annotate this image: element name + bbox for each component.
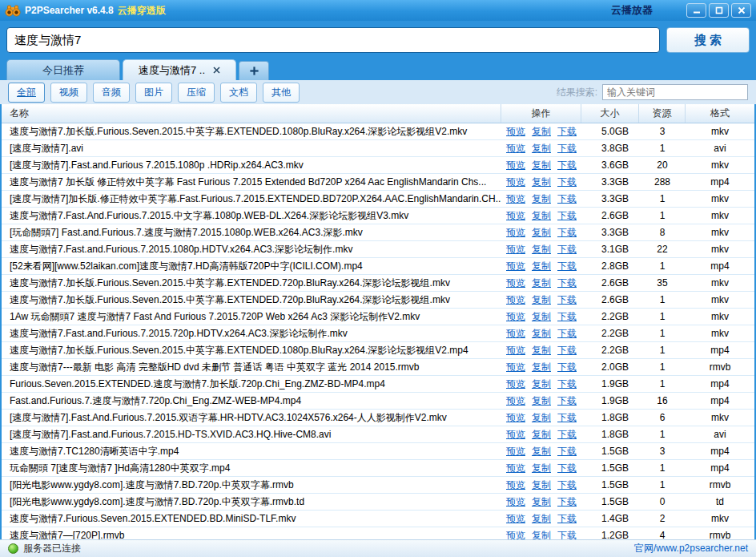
copy-link[interactable]: 复制 bbox=[532, 428, 551, 442]
copy-link[interactable]: 复制 bbox=[532, 260, 551, 273]
table-row[interactable]: 1Aw 玩命關頭7 速度与激情7 Fast And Furious 7.2015… bbox=[2, 309, 754, 325]
header-actions[interactable]: 操作 bbox=[501, 104, 581, 123]
download-link[interactable]: 下载 bbox=[557, 428, 577, 442]
header-size[interactable]: 大小 bbox=[581, 104, 639, 123]
copy-link[interactable]: 复制 bbox=[532, 125, 551, 139]
minimize-button[interactable] bbox=[686, 3, 706, 18]
download-link[interactable]: 下载 bbox=[557, 529, 577, 540]
add-tab-button[interactable] bbox=[239, 61, 269, 80]
download-link[interactable]: 下载 bbox=[557, 142, 577, 155]
table-row[interactable]: [速度与激情7].Fast.And.Furious.7.2015.双语字幕.HR… bbox=[2, 410, 754, 426]
filter-other[interactable]: 其他 bbox=[263, 83, 300, 103]
preview-link[interactable]: 预览 bbox=[506, 462, 525, 475]
copy-link[interactable]: 复制 bbox=[532, 344, 551, 357]
table-row[interactable]: 速度与激情7.加长版.Furious.Seven.2015.中英字幕.EXTEN… bbox=[2, 342, 754, 359]
table-row[interactable]: 速度与激情7.加长版.Furious.Seven.2015.中英字幕.EXTEN… bbox=[2, 292, 754, 309]
header-resources[interactable]: 资源 bbox=[639, 104, 686, 123]
download-link[interactable]: 下载 bbox=[557, 377, 577, 391]
table-row[interactable]: [52来看网][www.52laikan.com]速度与激情7.HD高清韩版72… bbox=[2, 258, 754, 275]
table-row[interactable]: 速度与激情7 加长版 修正特效中英字幕 Fast Furious 7.2015 … bbox=[2, 174, 754, 191]
download-link[interactable]: 下载 bbox=[557, 243, 577, 256]
preview-link[interactable]: 预览 bbox=[506, 192, 525, 206]
preview-link[interactable]: 预览 bbox=[506, 495, 525, 509]
filter-all[interactable]: 全部 bbox=[8, 83, 45, 103]
tab-search-result[interactable]: 速度与激情7 .. bbox=[123, 59, 236, 80]
download-link[interactable]: 下载 bbox=[557, 209, 577, 223]
table-row[interactable]: [阳光电影www.ygdy8.com].速度与激情7.BD.720p.中英双字幕… bbox=[2, 494, 754, 511]
preview-link[interactable]: 预览 bbox=[506, 377, 525, 391]
download-link[interactable]: 下载 bbox=[557, 310, 577, 324]
preview-link[interactable]: 预览 bbox=[506, 361, 525, 374]
table-row[interactable]: [速度与激情7]加长版.修正特效中英字幕.Fast.Furious.7.2015… bbox=[2, 191, 754, 208]
preview-link[interactable]: 预览 bbox=[506, 276, 525, 290]
preview-link[interactable]: 预览 bbox=[506, 394, 525, 408]
close-button[interactable] bbox=[731, 3, 751, 18]
table-row[interactable]: Fast.and.Furious.7.速度与激情7.720p.Chi_Eng.Z… bbox=[2, 393, 754, 410]
copy-link[interactable]: 复制 bbox=[532, 512, 551, 526]
table-row[interactable]: 玩命關頭 7[速度与激情7 ]Hd高清1280中英双字.mp4 预览 复制 下载… bbox=[2, 460, 754, 477]
copy-link[interactable]: 复制 bbox=[532, 394, 551, 408]
download-link[interactable]: 下载 bbox=[557, 125, 577, 139]
preview-link[interactable]: 预览 bbox=[506, 445, 525, 458]
download-link[interactable]: 下载 bbox=[557, 276, 577, 290]
download-link[interactable]: 下载 bbox=[557, 495, 577, 509]
preview-link[interactable]: 预览 bbox=[506, 209, 525, 223]
copy-link[interactable]: 复制 bbox=[532, 192, 551, 206]
copy-link[interactable]: 复制 bbox=[532, 462, 551, 475]
table-row[interactable]: Furious.Seven.2015.EXTENDED.速度与激情7.加长版.7… bbox=[2, 376, 754, 393]
copy-link[interactable]: 复制 bbox=[532, 176, 551, 189]
preview-link[interactable]: 预览 bbox=[506, 529, 525, 540]
copy-link[interactable]: 复制 bbox=[532, 361, 551, 374]
table-row[interactable]: 速度与激情7.Fast.and.Furious.7.2015.720p.HDTV… bbox=[2, 325, 754, 342]
table-row[interactable]: 速度与激情7.Fast.and.Furious.7.2015.1080p.HDT… bbox=[2, 241, 754, 258]
table-row[interactable]: [速度与激情7].Fast.and.Furious 7.2015.1080p .… bbox=[2, 157, 754, 174]
download-link[interactable]: 下载 bbox=[557, 226, 577, 240]
preview-link[interactable]: 预览 bbox=[506, 176, 525, 189]
preview-link[interactable]: 预览 bbox=[506, 226, 525, 240]
search-input[interactable] bbox=[6, 27, 660, 53]
table-row[interactable]: 速度与激情7.Fast.And.Furious.7.2015.中文字幕.1080… bbox=[2, 208, 754, 224]
preview-link[interactable]: 预览 bbox=[506, 327, 525, 341]
website-link[interactable]: 官网/www.p2psearcher.net bbox=[634, 542, 748, 555]
tab-today-recommend[interactable]: 今日推荐 bbox=[6, 59, 120, 80]
download-link[interactable]: 下载 bbox=[557, 394, 577, 408]
download-link[interactable]: 下载 bbox=[557, 293, 577, 307]
download-link[interactable]: 下载 bbox=[557, 512, 577, 526]
preview-link[interactable]: 预览 bbox=[506, 310, 525, 324]
download-link[interactable]: 下载 bbox=[557, 445, 577, 458]
copy-link[interactable]: 复制 bbox=[532, 377, 551, 391]
download-link[interactable]: 下载 bbox=[557, 327, 577, 341]
copy-link[interactable]: 复制 bbox=[532, 411, 551, 425]
preview-link[interactable]: 预览 bbox=[506, 260, 525, 273]
result-search-input[interactable] bbox=[602, 84, 748, 100]
preview-link[interactable]: 预览 bbox=[506, 125, 525, 139]
table-row[interactable]: 速度与激情7.加长版.Furious.Seven.2015.中英字幕.EXTEN… bbox=[2, 275, 754, 292]
table-row[interactable]: 速度与激情7.Furious.Seven.2015.EXTENDED.BD.Mi… bbox=[2, 511, 754, 527]
maximize-button[interactable] bbox=[709, 3, 729, 18]
table-row[interactable]: [速度与激情7].Fast.and.Furious.7.2015.HD-TS.X… bbox=[2, 426, 754, 443]
download-link[interactable]: 下载 bbox=[557, 361, 577, 374]
download-link[interactable]: 下载 bbox=[557, 462, 577, 475]
table-row[interactable]: 速度与激情7.加长版.Furious.Seven.2015.中英字幕.EXTEN… bbox=[2, 123, 754, 140]
preview-link[interactable]: 预览 bbox=[506, 428, 525, 442]
download-link[interactable]: 下载 bbox=[557, 260, 577, 273]
filter-video[interactable]: 视频 bbox=[50, 83, 87, 103]
download-link[interactable]: 下载 bbox=[557, 176, 577, 189]
copy-link[interactable]: 复制 bbox=[532, 159, 551, 172]
download-link[interactable]: 下载 bbox=[557, 344, 577, 357]
copy-link[interactable]: 复制 bbox=[532, 529, 551, 540]
download-link[interactable]: 下载 bbox=[557, 192, 577, 206]
table-row[interactable]: [阳光电影www.ygdy8.com].速度与激情7.BD.720p.中英双字幕… bbox=[2, 477, 754, 494]
table-row[interactable]: [速度与激情7].avi 预览 复制 下载 3.8GB 1 avi bbox=[2, 140, 754, 157]
filter-archive[interactable]: 压缩 bbox=[178, 83, 215, 103]
header-name[interactable]: 名称 bbox=[2, 104, 501, 123]
copy-link[interactable]: 复制 bbox=[532, 243, 551, 256]
copy-link[interactable]: 复制 bbox=[532, 478, 551, 492]
cloud-player-button[interactable]: 云播放器 bbox=[611, 3, 653, 18]
preview-link[interactable]: 预览 bbox=[506, 243, 525, 256]
copy-link[interactable]: 复制 bbox=[532, 310, 551, 324]
preview-link[interactable]: 预览 bbox=[506, 293, 525, 307]
copy-link[interactable]: 复制 bbox=[532, 445, 551, 458]
preview-link[interactable]: 预览 bbox=[506, 142, 525, 155]
preview-link[interactable]: 预览 bbox=[506, 159, 525, 172]
